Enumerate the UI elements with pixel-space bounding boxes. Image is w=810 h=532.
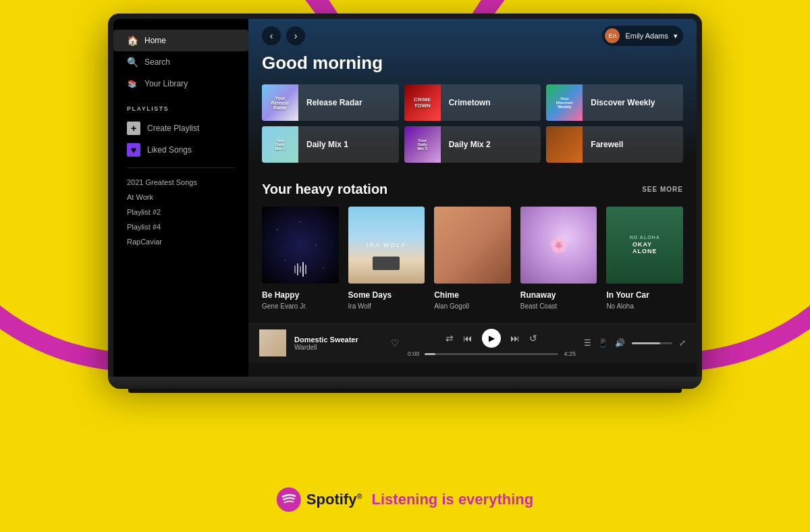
player-controls: ⇄ ⏮ ▶ ⏭ ↺ 0:00 4:25 — [408, 329, 576, 357]
liked-songs-label: Liked Songs — [147, 145, 192, 155]
see-more-button[interactable]: SEE MORE — [642, 186, 683, 193]
np-artist-name: Wardell — [294, 344, 379, 351]
repeat-button[interactable]: ↺ — [529, 333, 537, 344]
volume-bar[interactable] — [632, 342, 672, 344]
prev-button[interactable]: ⏮ — [463, 333, 473, 344]
runaway-title: Runaway — [520, 290, 597, 300]
spotify-icon — [277, 487, 301, 512]
user-name: Emily Adams — [625, 32, 668, 40]
devices-button[interactable]: 📱 — [598, 338, 608, 348]
total-time: 4:25 — [564, 350, 576, 357]
heavy-rotation-header: Your heavy rotation SEE MORE — [262, 182, 683, 197]
progress-fill — [425, 353, 435, 355]
release-radar-label: Release Radar — [298, 98, 371, 107]
branding-section: Spotify® Listening is everything — [277, 487, 533, 512]
spotify-wordmark: Spotify® — [306, 491, 362, 508]
some-days-artist: Ira Wolf — [348, 302, 425, 310]
sidebar-item-search[interactable]: 🔍 Search — [113, 51, 248, 73]
crimetown-label: Crimetown — [441, 98, 499, 107]
content-area: Good morning YourReleaseRadar Relea — [248, 53, 697, 323]
chime-title: Chime — [434, 290, 511, 300]
nav-buttons: ‹ › — [262, 26, 305, 45]
spotify-logo: Spotify® — [277, 487, 362, 512]
quick-item-crimetown[interactable]: CRIMETOWN Crimetown — [404, 84, 541, 121]
next-button[interactable]: ⏭ — [510, 333, 520, 344]
quick-item-release-radar[interactable]: YourReleaseRadar Release Radar — [262, 84, 399, 121]
card-be-happy[interactable]: Be Happy Gene Evaro Jr. — [262, 207, 339, 310]
in-your-car-title: In Your Car — [606, 290, 683, 300]
registered-mark: ® — [356, 492, 362, 500]
create-playlist-label: Create Playlist — [147, 124, 199, 133]
queue-button[interactable]: ☰ — [584, 338, 591, 348]
playlist-item[interactable]: 2021 Greatest Songs — [113, 175, 248, 190]
library-icon: 📚 — [127, 78, 138, 89]
app-layout: 🏠 Home 🔍 Search 📚 Your Library PLAYLISTS… — [113, 19, 697, 377]
in-your-car-artist: No Aloha — [606, 302, 683, 310]
user-menu-button[interactable]: EA Emily Adams ▾ — [602, 26, 683, 46]
daily-mix-1-thumb: YourDailyMix 1 — [262, 126, 298, 163]
liked-songs-button[interactable]: ♥ Liked Songs — [113, 139, 248, 161]
card-in-your-car[interactable]: NO ALOHA OKAYALONE In Your Car No Aloha — [606, 207, 683, 310]
sidebar-item-library[interactable]: 📚 Your Library — [113, 73, 248, 95]
liked-songs-icon: ♥ — [127, 143, 140, 157]
sidebar-divider — [127, 167, 235, 168]
playlist-item[interactable]: Playlist #4 — [113, 219, 248, 234]
tagline-text: Listening is everything — [372, 491, 534, 508]
sidebar-item-home[interactable]: 🏠 Home — [113, 30, 248, 51]
shuffle-button[interactable]: ⇄ — [446, 333, 454, 344]
daily-mix-2-label: Daily Mix 2 — [441, 140, 499, 149]
release-radar-thumb: YourReleaseRadar — [262, 84, 298, 121]
card-some-days[interactable]: IRA WOLF Some Days Ira Wolf — [348, 207, 425, 310]
playlist-item[interactable]: RapCaviar — [113, 234, 248, 249]
farewell-label: Farewell — [583, 140, 631, 149]
runaway-art: 🌸 — [520, 207, 597, 284]
card-chime[interactable]: Chime Alan Gogoll — [434, 207, 511, 310]
fullscreen-button[interactable]: ⤢ — [679, 338, 686, 348]
playlists-section-label: PLAYLISTS — [113, 95, 248, 117]
be-happy-title: Be Happy — [262, 290, 339, 300]
playlist-item[interactable]: Playlist #2 — [113, 205, 248, 219]
daily-mix-1-label: Daily Mix 1 — [298, 140, 356, 149]
like-button[interactable]: ♡ — [391, 338, 400, 348]
quick-access-grid: YourReleaseRadar Release Radar CRIMETOWN — [262, 84, 683, 163]
heavy-rotation-cards: Be Happy Gene Evaro Jr. IRA WOLF — [262, 207, 683, 310]
daily-mix-2-thumb: YourDailyMix 2 — [404, 126, 441, 163]
main-content: ‹ › EA Emily Adams ▾ Good morning — [248, 19, 697, 377]
back-button[interactable]: ‹ — [262, 26, 281, 45]
laptop-screen-outer: 🏠 Home 🔍 Search 📚 Your Library PLAYLISTS… — [108, 14, 702, 377]
some-days-title: Some Days — [348, 290, 425, 300]
quick-item-farewell[interactable]: Farewell — [546, 126, 683, 163]
play-pause-button[interactable]: ▶ — [482, 329, 501, 348]
discover-weekly-label: Discover Weekly — [583, 98, 663, 107]
np-song-title: Domestic Sweater — [294, 336, 379, 344]
volume-icon: 🔊 — [615, 338, 625, 348]
progress-bar-wrapper: 0:00 4:25 — [408, 350, 576, 357]
sidebar-item-search-label: Search — [144, 57, 170, 67]
now-playing-bar: Domestic Sweater Wardell ♡ ⇄ ⏮ ▶ ⏭ ↺ — [248, 323, 697, 363]
laptop-container: 🏠 Home 🔍 Search 📚 Your Library PLAYLISTS… — [108, 14, 702, 393]
create-playlist-icon: + — [127, 122, 140, 135]
card-runaway[interactable]: 🌸 Runaway Beast Coast — [520, 207, 597, 310]
forward-button[interactable]: › — [286, 26, 305, 45]
farewell-thumb — [546, 126, 583, 163]
sidebar: 🏠 Home 🔍 Search 📚 Your Library PLAYLISTS… — [113, 19, 248, 377]
be-happy-art — [262, 207, 339, 284]
quick-item-daily-mix-2[interactable]: YourDailyMix 2 Daily Mix 2 — [404, 126, 541, 163]
discover-weekly-thumb: YourDiscoverWeekly — [546, 84, 583, 121]
create-playlist-button[interactable]: + Create Playlist — [113, 117, 248, 139]
heavy-rotation-title: Your heavy rotation — [262, 182, 387, 197]
chime-artist: Alan Gogoll — [434, 302, 511, 310]
chime-art — [434, 207, 511, 284]
progress-bar[interactable] — [425, 353, 558, 355]
greeting-text: Good morning — [262, 53, 683, 74]
be-happy-artist: Gene Evaro Jr. — [262, 302, 339, 310]
runaway-artist: Beast Coast — [520, 302, 597, 310]
playlist-item[interactable]: At Work — [113, 190, 248, 205]
quick-item-daily-mix-1[interactable]: YourDailyMix 1 Daily Mix 1 — [262, 126, 399, 163]
topbar: ‹ › EA Emily Adams ▾ — [248, 19, 697, 53]
current-time: 0:00 — [408, 350, 420, 357]
quick-item-discover-weekly[interactable]: YourDiscoverWeekly Discover Weekly — [546, 84, 683, 121]
user-avatar: EA — [605, 28, 620, 43]
laptop-base-bottom — [128, 389, 682, 393]
now-playing-thumb — [259, 329, 286, 356]
